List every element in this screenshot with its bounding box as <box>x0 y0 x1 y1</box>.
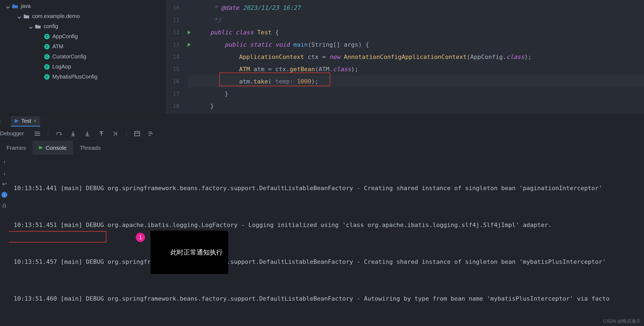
class-icon: C <box>44 44 50 49</box>
console-line: 10:13:51.441 [main] DEBUG org.springfram… <box>14 182 644 194</box>
line-number: 15 <box>166 63 179 75</box>
print-icon[interactable]: ⎙ <box>1 203 7 209</box>
class-icon: C <box>44 74 50 80</box>
tree-label: CuratorConfig <box>52 53 86 60</box>
tree-label: AppConfig <box>52 33 78 40</box>
tree-label: java <box>21 3 31 9</box>
debug-tool-window: : Test × Debugger Frames Console Threads <box>0 114 644 326</box>
class-icon: C <box>44 34 50 39</box>
scroll-to-end-icon[interactable]: ↓ <box>1 192 7 198</box>
svg-rect-0 <box>71 136 75 136</box>
separator <box>48 130 48 137</box>
tab-console[interactable]: Console <box>32 140 73 155</box>
chevron-down-icon <box>29 25 33 28</box>
annotation-number: 1 <box>139 231 142 244</box>
step-out-icon[interactable] <box>98 130 105 137</box>
application-icon <box>15 119 19 123</box>
scroll-up-icon[interactable]: ↑ <box>1 159 7 165</box>
svg-rect-3 <box>135 131 140 136</box>
line-number: 18 <box>166 100 179 112</box>
tree-label: com.example.demo <box>32 13 80 19</box>
annotation-badge: 1 <box>136 233 145 242</box>
highlight-box <box>9 231 106 243</box>
svg-rect-1 <box>85 136 89 136</box>
gutter: 10 11 12 13 14 15 16 17 18 <box>166 0 188 114</box>
tree-class-curatorconfig[interactable]: C CuratorConfig <box>0 52 166 62</box>
tool-window-label: : <box>0 118 1 124</box>
step-over-icon[interactable] <box>55 130 62 137</box>
console-line: 10:13:51.451 [main] DEBUG org.apache.iba… <box>14 219 644 231</box>
line-number: 13 <box>166 38 179 51</box>
console-line: 10:13:51.460 [main] DEBUG org.springfram… <box>14 292 644 305</box>
debug-inner-tabs: Frames Console Threads <box>0 140 644 155</box>
line-number: 11 <box>166 14 179 26</box>
line-number: 10 <box>166 2 179 14</box>
step-into-icon[interactable] <box>70 130 77 137</box>
tree-label: LogAop <box>52 64 71 70</box>
chevron-down-icon <box>6 4 10 8</box>
class-icon: C <box>44 54 50 59</box>
console-action-bar: ↑ ↓ ↩ ↓ ⎙ <box>0 155 9 326</box>
tree-class-appconfig[interactable]: C AppConfig <box>0 31 166 41</box>
tree-label: MybatisPlusConfig <box>52 74 98 80</box>
play-icon <box>39 146 43 150</box>
run-config-name: Test <box>21 118 31 124</box>
chevron-down-icon <box>17 14 21 18</box>
tab-threads[interactable]: Threads <box>73 140 107 155</box>
tab-frames[interactable]: Frames <box>0 140 32 155</box>
scroll-down-icon[interactable]: ↓ <box>1 170 7 176</box>
tree-class-logaop[interactable]: C LogAop <box>0 62 166 72</box>
tree-label: ATM <box>52 43 64 50</box>
watermark: CSDN @暗武逢天 <box>603 318 641 324</box>
trace-icon[interactable] <box>148 130 155 137</box>
threads-icon[interactable] <box>34 130 41 137</box>
tab-label: Console <box>46 145 67 151</box>
tree-label: config <box>44 23 58 29</box>
folder-icon <box>23 14 29 19</box>
run-config-tab-test[interactable]: Test × <box>11 116 40 127</box>
code-area[interactable]: * @date 2023/11/23 16:27 */ public class… <box>188 0 644 114</box>
project-tree: java com.example.demo config C AppConfig <box>0 0 166 114</box>
debugger-label: Debugger <box>0 130 24 137</box>
console-line: 10:13:51.457 [main] DEBUG org.springfram… <box>14 256 644 268</box>
tool-window-tabs: : Test × <box>0 114 644 127</box>
line-number: 17 <box>166 88 179 100</box>
class-icon: C <box>44 64 50 70</box>
tree-class-atm[interactable]: C ATM <box>0 41 166 52</box>
folder-icon <box>12 4 18 9</box>
tab-label: Frames <box>7 145 26 151</box>
line-number: 14 <box>166 51 179 63</box>
tree-folder-java[interactable]: java <box>0 1 166 11</box>
folder-icon <box>35 24 41 29</box>
line-number: 12 <box>166 26 179 38</box>
tree-folder-config[interactable]: config <box>0 21 166 31</box>
svg-rect-2 <box>100 131 103 132</box>
tree-class-mybatisplusconfig[interactable]: C MybatisPlusConfig <box>0 72 166 82</box>
run-to-cursor-icon[interactable] <box>112 130 119 137</box>
close-icon[interactable]: × <box>34 118 37 124</box>
debug-toolbar: Debugger <box>0 127 644 140</box>
tab-label: Threads <box>80 145 101 151</box>
annotation-text: 此时正常通知执行 <box>151 231 228 274</box>
tree-folder-pkg[interactable]: com.example.demo <box>0 11 166 21</box>
console-output[interactable]: 10:13:51.441 [main] DEBUG org.springfram… <box>9 155 644 326</box>
code-editor[interactable]: 10 11 12 13 14 15 16 17 18 * @date 2023/… <box>166 0 644 114</box>
soft-wrap-icon[interactable]: ↩ <box>1 181 7 187</box>
evaluate-icon[interactable] <box>134 130 141 137</box>
separator <box>126 130 127 137</box>
line-number: 16 <box>166 75 179 88</box>
force-step-into-icon[interactable] <box>84 130 91 137</box>
